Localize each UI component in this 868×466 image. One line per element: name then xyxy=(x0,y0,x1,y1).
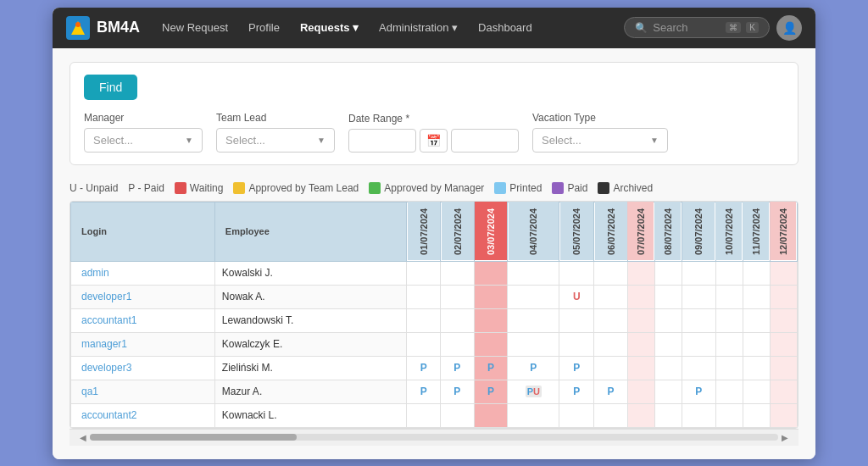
data-cell xyxy=(770,308,797,332)
vacationtype-placeholder: Select... xyxy=(542,134,581,147)
data-cell xyxy=(508,403,559,427)
date-col-9: 09/07/2024 xyxy=(682,202,715,261)
scroll-thumb[interactable] xyxy=(90,434,297,441)
svg-point-2 xyxy=(75,22,81,27)
nav-profile[interactable]: Profile xyxy=(240,16,288,39)
find-button[interactable]: Find xyxy=(84,75,137,100)
data-cell xyxy=(441,332,475,356)
data-cell xyxy=(654,356,682,380)
p-badge: P xyxy=(487,362,494,374)
data-cell xyxy=(627,308,654,332)
login-cell[interactable]: accountant2 xyxy=(71,403,215,427)
date-range-inputs: 📅 xyxy=(348,129,519,153)
search-box[interactable]: 🔍 ⌘ K xyxy=(624,17,770,38)
table-row: qa1Mazur A.PPPPUPPP xyxy=(71,380,798,403)
nav-requests[interactable]: Requests ▾ xyxy=(292,16,367,39)
data-cell xyxy=(654,403,682,427)
login-cell[interactable]: accountant1 xyxy=(71,308,215,332)
nav-right: 🔍 ⌘ K 👤 xyxy=(624,15,802,41)
date-col-10: 10/07/2024 xyxy=(715,202,743,261)
data-cell: P xyxy=(559,380,594,403)
date-col-3: 03/07/2024 xyxy=(474,202,508,261)
p-badge: P xyxy=(420,362,427,374)
data-cell xyxy=(474,308,508,332)
waiting-label: Waiting xyxy=(190,182,224,194)
horizontal-scrollbar[interactable]: ◀ ▶ xyxy=(70,429,798,446)
data-cell: PU xyxy=(508,380,559,403)
data-cell: P xyxy=(474,356,508,380)
scroll-track[interactable] xyxy=(90,434,778,441)
employee-cell: Mazur A. xyxy=(214,380,406,403)
data-cell xyxy=(594,285,628,308)
date-from-input[interactable] xyxy=(348,129,416,153)
login-cell[interactable]: developer3 xyxy=(71,356,215,380)
teamlead-group: Team Lead Select... ▼ xyxy=(216,112,335,153)
nav-administration[interactable]: Administration ▾ xyxy=(370,16,466,39)
data-cell xyxy=(682,332,715,356)
teamlead-select[interactable]: Select... ▼ xyxy=(216,128,335,153)
data-cell xyxy=(682,403,715,427)
teamlead-placeholder: Select... xyxy=(225,134,265,147)
login-cell[interactable]: qa1 xyxy=(71,380,215,403)
table-body: adminKowalski J.developer1Nowak A.Uaccou… xyxy=(71,261,798,427)
data-cell xyxy=(743,261,770,285)
manager-chevron-icon: ▼ xyxy=(185,136,193,145)
login-cell[interactable]: developer1 xyxy=(71,285,215,308)
search-input[interactable] xyxy=(653,21,721,34)
kbd-cmd: ⌘ xyxy=(726,22,741,33)
nav-new-request[interactable]: New Request xyxy=(153,16,236,39)
archived-label: Archived xyxy=(613,182,653,194)
p-badge: P xyxy=(487,386,494,397)
vacationtype-chevron-icon: ▼ xyxy=(650,136,659,145)
brand: BM4A xyxy=(66,16,140,40)
manager-placeholder: Select... xyxy=(93,134,133,147)
login-cell[interactable]: manager1 xyxy=(71,332,215,356)
teamlead-chevron-icon: ▼ xyxy=(317,136,326,145)
p-badge: P xyxy=(607,386,614,397)
approved-m-label: Approved by Manager xyxy=(384,182,484,194)
legend-paid: Paid xyxy=(552,182,587,194)
login-cell[interactable]: admin xyxy=(71,261,215,285)
manager-select[interactable]: Select... ▼ xyxy=(84,128,203,153)
date-to-input[interactable] xyxy=(451,129,519,153)
data-cell xyxy=(715,356,743,380)
data-cell: P xyxy=(407,380,441,403)
calendar-icon[interactable]: 📅 xyxy=(420,129,448,153)
app-window: BM4A New Request Profile Requests ▾ Admi… xyxy=(53,8,815,459)
legend-printed: Printed xyxy=(494,182,542,194)
filter-row: Manager Select... ▼ Team Lead Select... … xyxy=(84,112,784,153)
nav-links: New Request Profile Requests ▾ Administr… xyxy=(153,16,610,39)
table-row: accountant1Lewandowski T. xyxy=(71,308,798,332)
data-cell xyxy=(682,285,715,308)
scroll-left-icon[interactable]: ◀ xyxy=(76,433,90,442)
manager-group: Manager Select... ▼ xyxy=(84,112,203,153)
vacationtype-select[interactable]: Select... ▼ xyxy=(532,128,668,153)
kbd-k: K xyxy=(746,22,759,33)
date-col-6: 06/07/2024 xyxy=(594,202,628,261)
p-badge: P xyxy=(530,362,537,374)
col-employee-header: Employee xyxy=(214,202,406,261)
data-cell: P xyxy=(594,380,628,403)
data-cell xyxy=(654,332,682,356)
vacationtype-label: Vacation Type xyxy=(532,112,668,124)
nav-dashboard[interactable]: Dashboard xyxy=(470,16,541,39)
data-cell xyxy=(559,403,594,427)
data-table-container[interactable]: Login Employee 01/07/2024 02/07/2024 03/… xyxy=(70,201,798,429)
data-cell xyxy=(474,403,508,427)
filter-bar: Find Manager Select... ▼ Team Lead Selec… xyxy=(70,62,798,165)
p-badge: P xyxy=(573,362,580,374)
archived-dot xyxy=(598,182,609,194)
avatar[interactable]: 👤 xyxy=(776,15,802,41)
data-cell xyxy=(627,285,654,308)
pu-badge: PU xyxy=(526,386,542,397)
legend-approved-m: Approved by Manager xyxy=(369,182,484,194)
table-row: manager1Kowalczyk E. xyxy=(71,332,798,356)
data-cell xyxy=(627,332,654,356)
employee-cell: Kowalski J. xyxy=(214,261,406,285)
scroll-right-icon[interactable]: ▶ xyxy=(778,433,792,442)
data-cell xyxy=(627,261,654,285)
data-cell xyxy=(441,308,475,332)
approved-m-dot xyxy=(369,182,381,194)
table-row: developer3Zieliński M.PPPPP xyxy=(71,356,798,380)
p-badge: P xyxy=(573,386,580,397)
